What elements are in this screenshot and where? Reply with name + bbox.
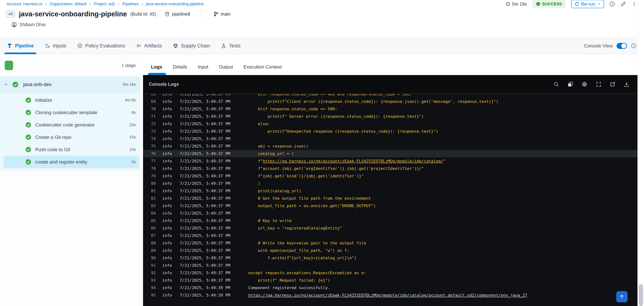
log-timestamp: 7/21/2025, 5:49:37 PM <box>180 233 235 238</box>
log-line-number: 93 <box>143 278 156 282</box>
tab-inputs[interactable]: Inputs <box>44 38 68 54</box>
git-branch-icon <box>214 12 218 17</box>
step-item[interactable]: Cookiecutter code generator20s <box>3 119 139 131</box>
log-message: f"account.{obj.get('orgIdentifier')}.{ob… <box>248 166 424 171</box>
log-timestamp: 7/21/2025, 5:49:37 PM <box>180 189 235 193</box>
log-level: info <box>162 293 174 297</box>
log-timestamp: 7/21/2025, 5:49:37 PM <box>180 270 235 275</box>
step-duration: 20s <box>130 122 136 127</box>
download-icon[interactable] <box>624 81 630 87</box>
refresh-icon <box>574 2 579 6</box>
tab-output[interactable]: Output <box>219 64 233 70</box>
copy-icon[interactable] <box>568 81 573 87</box>
log-level: info <box>162 166 174 171</box>
log-link[interactable]: https://qa.harness.io/ng/account/zEaak-F… <box>263 159 443 163</box>
repository-icon <box>165 12 170 17</box>
log-line-number: 73 <box>143 129 156 134</box>
log-level: info <box>162 136 174 141</box>
log-line-number: 90 <box>143 256 156 260</box>
log-level: info <box>162 218 174 223</box>
scrollbar-thumb[interactable] <box>639 284 643 306</box>
log-level: info <box>162 241 174 245</box>
breadcrumb-link[interactable]: Project: sd2 <box>94 2 115 6</box>
log-line: 79info7/21/2025, 5:49:37 PM f"{obj.get('… <box>143 172 638 180</box>
log-message: output_file_path = os.environ.get("DRONE… <box>248 203 376 208</box>
console-view-toggle[interactable] <box>616 43 627 49</box>
status-badge: SUCCESS <box>532 0 566 8</box>
log-message: f.write(f"{url_key}={catalog_url}\n") <box>248 256 356 260</box>
step-label: Push code to Git <box>35 147 70 152</box>
stage-status-square[interactable] <box>5 61 13 70</box>
edit-pencil-icon[interactable] <box>620 1 626 7</box>
chevron-up-icon[interactable] <box>3 82 9 87</box>
tab-pipeline[interactable]: Pipeline <box>6 38 36 54</box>
tab-supply-chain-label: Supply Chain <box>181 43 210 49</box>
tab-logs[interactable]: Logs <box>151 64 162 70</box>
step-item[interactable]: Cloning cookiecutter template6s <box>3 106 139 119</box>
tab-inputs-label: Inputs <box>53 43 66 49</box>
log-timestamp: 7/21/2025, 5:49:37 PM <box>180 218 235 223</box>
step-item[interactable]: Create a Git repo15s <box>3 131 139 143</box>
breadcrumb-link[interactable]: Organization: default <box>50 2 86 6</box>
log-viewport[interactable]: 68info7/21/2025, 5:49:37 PM elif respons… <box>143 94 638 306</box>
log-level: info <box>162 270 174 275</box>
scroll-to-top-button[interactable] <box>616 291 628 302</box>
step-item[interactable]: Push code to Git15s <box>3 143 139 156</box>
step-label: create and register entity <box>35 159 87 165</box>
fullscreen-icon[interactable] <box>596 81 602 87</box>
console-toolbar <box>554 81 630 87</box>
tab-details[interactable]: Details <box>173 64 187 70</box>
build-id: (Build Id: 45) <box>130 12 156 17</box>
pipeline-duration: 5m 19s <box>506 2 527 7</box>
log-line-number: 76 <box>143 151 156 156</box>
kebab-menu-icon[interactable] <box>632 2 637 7</box>
open-in-new-icon[interactable] <box>610 81 616 87</box>
settings-gear-icon[interactable] <box>582 81 588 87</box>
log-message: f"{obj.get('kind')}/{obj.get('identifier… <box>248 174 364 178</box>
step-label: Cloning cookiecutter template <box>35 110 98 115</box>
info-icon[interactable] <box>610 1 615 7</box>
console-view-info-icon[interactable] <box>631 43 636 49</box>
stage-count-row: 1 stage <box>0 54 143 77</box>
log-line: 69info7/21/2025, 5:49:37 PM print(f"Clie… <box>143 98 638 105</box>
stage-row-java-onb-dev[interactable]: java-onb-dev 5m 16s <box>0 77 140 93</box>
log-link[interactable]: https://qa.harness.io/ng/account/zEaak-F… <box>248 293 527 297</box>
tab-tests[interactable]: Tests <box>220 38 242 54</box>
stage-sidebar: 1 stage java-onb-dev 5m 16s Initialize4m… <box>0 54 143 306</box>
triggered-by: Shibam Dhar <box>12 22 638 27</box>
log-rows: 68info7/21/2025, 5:49:37 PM elif respons… <box>143 94 638 299</box>
page-scrollbar[interactable] <box>638 0 644 306</box>
console-panel: Console Logs 68info7/21/2025, 5:49:37 PM… <box>143 75 638 306</box>
log-line: 84info7/21/2025, 5:49:37 PM <box>143 209 638 217</box>
breadcrumb-link[interactable]: java-service-onboarding-pipeline <box>146 2 204 6</box>
log-line: 78info7/21/2025, 5:49:37 PM f"account.{o… <box>143 165 638 172</box>
tab-input[interactable]: Input <box>198 64 208 70</box>
breadcrumb-link[interactable]: Pipelines <box>122 2 138 6</box>
log-line: 85info7/21/2025, 5:49:37 PM # Key to wri… <box>143 217 638 224</box>
log-message: except requests.exceptions.RequestExcept… <box>248 270 366 275</box>
log-level: info <box>162 144 174 148</box>
tab-artifacts[interactable]: Artifacts <box>134 38 163 54</box>
tab-supply-chain[interactable]: Supply Chain <box>171 38 212 54</box>
log-line: 80info7/21/2025, 5:49:37 PM ) <box>143 180 638 187</box>
log-message: print(f"Client error ({response.status_c… <box>248 99 498 104</box>
log-line-number: 89 <box>143 248 156 253</box>
log-line: 75info7/21/2025, 5:49:37 PM obj = respon… <box>143 142 638 150</box>
log-line: 90info7/21/2025, 5:49:37 PM f.write(f"{u… <box>143 254 638 262</box>
step-item[interactable]: Initialize4m 8s <box>3 94 139 106</box>
log-timestamp: 7/21/2025, 5:49:37 PM <box>180 196 235 201</box>
top-actions: 5m 19s SUCCESS Re-run <box>506 0 637 8</box>
divider <box>201 10 202 18</box>
log-level: info <box>162 151 174 156</box>
branch-ref[interactable]: main <box>214 12 230 17</box>
log-timestamp: 7/21/2025, 5:49:37 PM <box>180 122 235 126</box>
rerun-button[interactable]: Re-run <box>571 0 604 8</box>
console-title: Console Logs <box>149 82 179 87</box>
step-item[interactable]: create and register entity5s <box>3 156 139 168</box>
pipeline-ref[interactable]: pipeline8 <box>165 12 190 17</box>
breadcrumb-link[interactable]: Account: Harness.io <box>6 2 42 6</box>
search-icon[interactable] <box>554 81 559 87</box>
pipeline-header: v0 java-service-onboarding-pipeline (Bui… <box>0 8 644 38</box>
tab-policy-evaluations[interactable]: Policy Evaluations <box>76 38 126 54</box>
tab-execution-context[interactable]: Execution Context <box>244 64 282 70</box>
